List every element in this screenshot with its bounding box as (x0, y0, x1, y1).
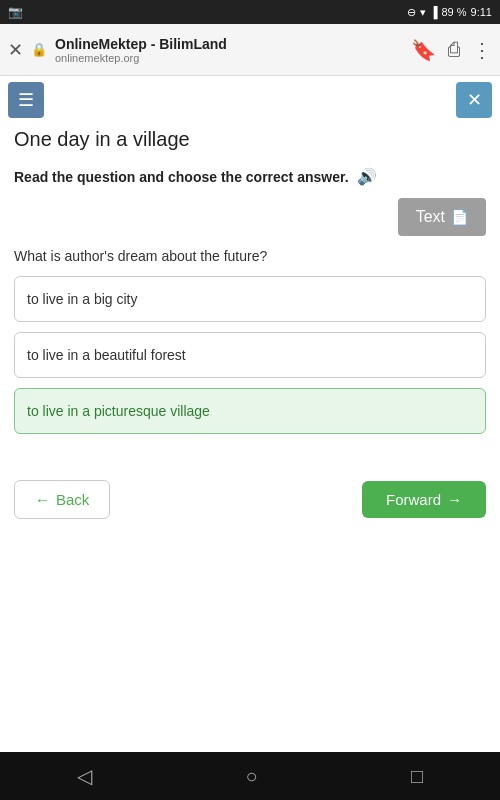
main-content: ☰ ✕ One day in a village Read the questi… (0, 76, 500, 752)
lock-icon: 🔒 (31, 42, 47, 57)
top-toolbar: ☰ ✕ (0, 76, 500, 124)
android-home-button[interactable]: ○ (245, 765, 257, 788)
android-back-button[interactable]: ◁ (77, 764, 92, 788)
browser-actions: 🔖 ⎙ ⋮ (411, 38, 492, 62)
hamburger-icon: ☰ (18, 89, 34, 111)
text-button-label: Text (416, 208, 445, 226)
navigation-buttons: ← Back Forward → (0, 464, 500, 535)
back-arrow-icon: ← (35, 491, 50, 508)
site-name: OnlineMektep - BilimLand (55, 36, 403, 52)
android-nav-bar: ◁ ○ □ (0, 752, 500, 800)
browser-close-button[interactable]: ✕ (8, 39, 23, 61)
url-area: OnlineMektep - BilimLand onlinemektep.or… (55, 36, 403, 64)
content-area: One day in a village Read the question a… (0, 124, 500, 464)
battery-text: 89 % (442, 6, 467, 18)
time-text: 9:11 (471, 6, 492, 18)
back-label: Back (56, 491, 89, 508)
bookmark-icon[interactable]: 🔖 (411, 38, 436, 62)
menu-button[interactable]: ☰ (8, 82, 44, 118)
share-icon[interactable]: ⎙ (448, 38, 460, 61)
forward-label: Forward (386, 491, 441, 508)
android-back-icon: ◁ (77, 765, 92, 787)
speaker-icon[interactable]: 🔊 (357, 167, 377, 186)
back-button[interactable]: ← Back (14, 480, 110, 519)
instruction-label: Read the question and choose the correct… (14, 169, 349, 185)
forward-button[interactable]: Forward → (362, 481, 486, 518)
site-url: onlinemektep.org (55, 52, 403, 64)
forward-arrow-icon: → (447, 491, 462, 508)
page-title: One day in a village (14, 128, 486, 151)
answer-option-2[interactable]: to live in a beautiful forest (14, 332, 486, 378)
answer-option-1[interactable]: to live in a big city (14, 276, 486, 322)
instruction-text: Read the question and choose the correct… (14, 167, 486, 186)
answer-option-3[interactable]: to live in a picturesque village (14, 388, 486, 434)
status-left-icon: 📷 (8, 5, 23, 19)
more-icon[interactable]: ⋮ (472, 38, 492, 62)
browser-bar: ✕ 🔒 OnlineMektep - BilimLand onlinemekte… (0, 24, 500, 76)
block-icon: ⊖ (407, 6, 416, 19)
text-button[interactable]: Text 📄 (398, 198, 486, 236)
android-recent-button[interactable]: □ (411, 765, 423, 788)
x-icon: ✕ (467, 89, 482, 111)
android-home-icon: ○ (245, 765, 257, 787)
wifi-icon: ▾ (420, 6, 426, 19)
android-recent-icon: □ (411, 765, 423, 787)
question-text: What is author's dream about the future? (14, 248, 486, 264)
status-bar: 📷 ⊖ ▾ ▐ 89 % 9:11 (0, 0, 500, 24)
document-icon: 📄 (451, 209, 468, 225)
signal-icon: ▐ (430, 6, 438, 18)
close-x-button[interactable]: ✕ (456, 82, 492, 118)
